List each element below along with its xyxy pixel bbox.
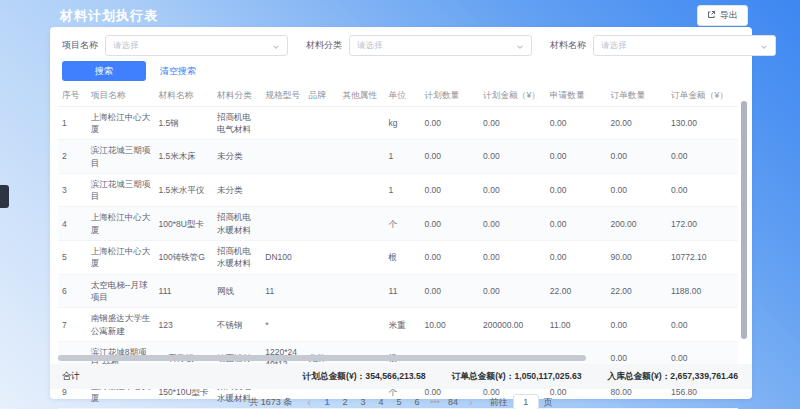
table-cell: * [261, 308, 304, 342]
table-cell: 未分类 [213, 140, 261, 174]
table-cell: 招商机电 水暖材料 [213, 241, 261, 275]
table-cell: 0.00 [421, 274, 480, 308]
column-header: 项目名称 [87, 85, 155, 106]
table-cell: 172.00 [667, 207, 738, 241]
planned-total-amount: 计划总金额(¥)：354,566,213.58 [303, 371, 426, 383]
table-cell: 上海松江中心大厦 [87, 106, 155, 140]
pagination: 共 1673 条 ‹ 123456•••84 › 前往 页 [50, 389, 752, 409]
table-cell [261, 207, 304, 241]
table-cell: 200000.00 [479, 308, 546, 342]
table-cell [338, 274, 384, 308]
filter-project: 项目名称 请选择 [62, 35, 288, 56]
column-header: 材料名称 [155, 85, 214, 106]
material-category-select-placeholder: 请选择 [357, 40, 383, 52]
table-cell: 0.00 [479, 274, 546, 308]
table-cell: 个 [385, 207, 421, 241]
clear-search-button[interactable]: 清空搜索 [160, 65, 196, 78]
table-cell [338, 173, 384, 207]
table-cell: 0.00 [667, 140, 738, 174]
table-cell: 0.00 [421, 140, 480, 174]
table-cell: 90.00 [606, 241, 667, 275]
table-cell: 0.00 [606, 308, 667, 342]
table-cell: 11 [261, 274, 304, 308]
table-cell: 22.00 [546, 274, 607, 308]
table-cell: 200.00 [606, 207, 667, 241]
pagination-page[interactable]: 4 [374, 396, 388, 408]
pagination-goto: 前往 页 [490, 394, 553, 409]
table-cell: 130.00 [667, 106, 738, 140]
horizontal-scrollbar[interactable] [58, 355, 586, 361]
table-cell: 0.00 [546, 241, 607, 275]
table-cell [338, 207, 384, 241]
table-cell [304, 140, 338, 174]
pagination-page[interactable]: 2 [338, 396, 352, 408]
table-cell [304, 274, 338, 308]
table-row: 5上海松江中心大厦100铸铁管G招商机电 水暖材料DN100根0.000.000… [58, 241, 738, 275]
table-cell: 0.00 [606, 173, 667, 207]
table-cell [338, 140, 384, 174]
table-cell: 22.00 [606, 274, 667, 308]
table-cell [261, 106, 304, 140]
filter-material-category-label: 材料分类 [306, 39, 342, 52]
goto-unit: 页 [544, 396, 553, 409]
summary-bar: 合计 计划总金额(¥)：354,566,213.58 订单总金额(¥)：1,05… [50, 364, 752, 389]
table-cell: 米重 [385, 308, 421, 342]
table-cell: 上海松江中心大厦 [87, 241, 155, 275]
export-button[interactable]: 导出 [697, 5, 748, 26]
column-header: 订单数量 [606, 85, 667, 106]
inbound-total-amount: 入库总金额(¥)：2,657,339,761.46 [608, 371, 738, 383]
export-label: 导出 [720, 9, 738, 22]
table-cell: 0.00 [546, 173, 607, 207]
column-header: 材料分类 [213, 85, 261, 106]
table-cell: 滨江花城三期项目 [87, 140, 155, 174]
summary-totals: 计划总金额(¥)：354,566,213.58 订单总金额(¥)：1,050,1… [303, 371, 740, 383]
sidebar-collapse-handle[interactable] [0, 185, 9, 208]
table-cell: 3 [58, 173, 87, 207]
pagination-page[interactable]: 84 [446, 396, 460, 408]
project-select-placeholder: 请选择 [113, 40, 139, 52]
table-row: 1上海松江中心大厦1.5钢招商机电 电气材料kg0.000.000.0020.0… [58, 106, 738, 140]
table-cell: 网线 [213, 274, 261, 308]
table-cell: 1.5米水平仪 [155, 173, 214, 207]
table-cell: 100*8U型卡 [155, 207, 214, 241]
table-cell: 7 [58, 308, 87, 342]
table-cell: 111 [155, 274, 214, 308]
table-cell: 0.00 [667, 308, 738, 342]
pagination-next-arrow[interactable]: › [466, 397, 476, 408]
pagination-page[interactable]: 1 [320, 396, 334, 408]
search-button[interactable]: 搜索 [62, 61, 146, 81]
table-cell [304, 308, 338, 342]
table-cell [261, 140, 304, 174]
pagination-page[interactable]: 3 [356, 396, 370, 408]
table-cell: 0.00 [421, 106, 480, 140]
pagination-ellipsis: ••• [428, 396, 442, 408]
chevron-down-icon [760, 37, 768, 55]
table-cell: 1 [58, 106, 87, 140]
material-category-select[interactable]: 请选择 [349, 35, 532, 56]
pagination-pages: 123456•••84 [320, 396, 460, 408]
table-header-row: 序号项目名称材料名称材料分类规格型号品牌其他属性单位计划数量计划金额（¥）申请数… [58, 85, 738, 106]
table-cell: 100铸铁管G [155, 241, 214, 275]
table-cell: 0.00 [546, 207, 607, 241]
table-row: 7南钢盛达大学生公寓新建123不锈钢*米重10.00200000.0011.00… [58, 308, 738, 342]
column-header: 序号 [58, 85, 87, 106]
column-header: 规格型号 [261, 85, 304, 106]
table-cell: 10.00 [421, 308, 480, 342]
table-cell: 1.5钢 [155, 106, 214, 140]
pagination-prev-arrow[interactable]: ‹ [304, 397, 314, 408]
pagination-page[interactable]: 5 [392, 396, 406, 408]
table-row: 6太空电梯--月球项目111网线11110.000.0022.0022.0011… [58, 274, 738, 308]
table-cell: 1 [385, 173, 421, 207]
vertical-scrollbar[interactable] [741, 101, 747, 339]
material-name-select-placeholder: 请选择 [601, 40, 627, 52]
column-header: 申请数量 [546, 85, 607, 106]
table-cell: 1188.00 [667, 274, 738, 308]
table-cell: 太空电梯--月球项目 [87, 274, 155, 308]
goto-page-input[interactable] [513, 394, 539, 409]
table-cell [338, 241, 384, 275]
project-select[interactable]: 请选择 [105, 35, 288, 56]
table-cell [338, 106, 384, 140]
pagination-page[interactable]: 6 [410, 396, 424, 408]
material-name-select[interactable]: 请选择 [593, 35, 776, 56]
chevron-down-icon [516, 37, 524, 55]
